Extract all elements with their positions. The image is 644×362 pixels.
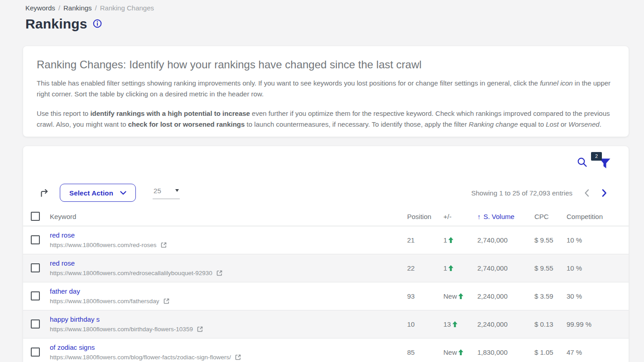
- cpc-value: $ 9.55: [534, 254, 567, 282]
- row-checkbox[interactable]: [31, 348, 40, 357]
- filter-count-badge: 2: [591, 152, 602, 161]
- breadcrumb-rankings[interactable]: Rankings: [63, 4, 92, 12]
- page-size-select[interactable]: 25: [153, 187, 180, 199]
- external-link-icon[interactable]: [197, 326, 203, 333]
- select-all-checkbox[interactable]: [31, 212, 40, 221]
- intro-p1-funnel-ref: funnel icon: [540, 79, 573, 87]
- intro-p2-bold: check for lost or worsened rankings: [128, 120, 245, 128]
- keyword-link[interactable]: father day: [50, 287, 407, 295]
- rankings-table: Keyword Position +/- ↑S. Volume CPC Comp…: [23, 207, 629, 362]
- position-value: 10: [407, 310, 443, 338]
- competition-value: 30 %: [567, 282, 629, 310]
- select-action-button[interactable]: Select Action: [60, 184, 136, 202]
- breadcrumb-keywords[interactable]: Keywords: [25, 4, 55, 12]
- keyword-url: https://www.1800flowers.com/birthday-flo…: [50, 326, 193, 333]
- sort-ascending-icon: ↑: [477, 213, 481, 220]
- chevron-down-icon: [120, 191, 126, 195]
- intro-p2-text: .: [600, 120, 601, 128]
- previous-page-icon[interactable]: [578, 186, 596, 200]
- table-row: happy birthday s https://www.1800flowers…: [23, 310, 629, 338]
- breadcrumb-ranking-changes: Ranking Changes: [100, 4, 154, 12]
- competition-value: 10 %: [567, 254, 629, 282]
- change-value: 1: [443, 264, 447, 272]
- search-icon[interactable]: [577, 157, 587, 169]
- keyword-link[interactable]: red rose: [50, 259, 407, 267]
- intro-p2-text: equal to: [518, 120, 546, 128]
- external-link-icon[interactable]: [235, 354, 241, 361]
- competition-value: 10 %: [567, 226, 629, 254]
- cpc-value: $ 1.05: [534, 338, 567, 362]
- keyword-url: https://www.1800flowers.com/red-roses: [50, 242, 157, 248]
- export-icon[interactable]: [39, 187, 50, 198]
- keyword-url: https://www.1800flowers.com/fathersday: [50, 298, 159, 305]
- volume-value: 2,240,000: [477, 282, 534, 310]
- breadcrumb: Keywords / Rankings / Ranking Changes: [25, 4, 154, 12]
- up-arrow-icon: [458, 293, 463, 300]
- intro-paragraph-2: Use this report to identify rankings wit…: [37, 108, 615, 130]
- up-arrow-icon: [452, 321, 457, 329]
- header-cpc[interactable]: CPC: [534, 207, 567, 226]
- dropdown-arrow-icon: [175, 189, 179, 192]
- volume-value: 2,240,000: [477, 310, 534, 338]
- intro-p2-bold: identify rankings with a high potential …: [90, 110, 250, 117]
- intro-p2-filter-ref: Ranking change: [469, 120, 518, 128]
- showing-entries-status: Showing 1 to 25 of 72,093 entries: [471, 189, 573, 197]
- volume-value: 2,740,000: [477, 254, 534, 282]
- volume-value: 2,740,000: [477, 226, 534, 254]
- intro-p2-lost-ref: Lost: [546, 120, 558, 128]
- table-row: red rose https://www.1800flowers.com/red…: [23, 226, 629, 254]
- row-checkbox[interactable]: [31, 235, 40, 244]
- cpc-value: $ 3.59: [534, 282, 567, 310]
- up-arrow-icon: [448, 237, 453, 244]
- cpc-value: $ 0.13: [534, 310, 567, 338]
- cpc-value: $ 9.55: [534, 226, 567, 254]
- change-value: New: [443, 292, 457, 300]
- up-arrow-icon: [448, 265, 453, 272]
- change-value: New: [443, 348, 457, 356]
- position-value: 21: [407, 226, 443, 254]
- header-volume[interactable]: ↑S. Volume: [477, 207, 534, 226]
- keyword-link[interactable]: of zodiac signs: [50, 343, 407, 351]
- intro-heading: Ranking Changes: Identify how your ranki…: [37, 58, 615, 71]
- external-link-icon[interactable]: [163, 298, 170, 305]
- competition-value: 47 %: [567, 338, 629, 362]
- select-action-label: Select Action: [69, 189, 113, 197]
- next-page-icon[interactable]: [596, 186, 613, 200]
- intro-p2-text: Use this report to: [37, 110, 90, 117]
- table-header-row: Keyword Position +/- ↑S. Volume CPC Comp…: [23, 207, 629, 226]
- table-row: red rose https://www.1800flowers.com/red…: [23, 254, 629, 282]
- external-link-icon[interactable]: [160, 242, 167, 248]
- intro-card: Ranking Changes: Identify how your ranki…: [23, 46, 629, 137]
- position-value: 85: [407, 338, 443, 362]
- table-row: father day https://www.1800flowers.com/f…: [23, 282, 629, 310]
- breadcrumb-separator: /: [58, 4, 60, 12]
- row-checkbox[interactable]: [31, 319, 40, 329]
- external-link-icon[interactable]: [216, 270, 223, 276]
- header-volume-label: S. Volume: [484, 213, 514, 220]
- change-value: 1: [443, 236, 447, 244]
- breadcrumb-separator: /: [95, 4, 97, 12]
- intro-p1-text: This table has enabled filter settings s…: [37, 79, 540, 87]
- position-value: 93: [407, 282, 443, 310]
- intro-p2-text: to launch countermeasures, if necessary.…: [245, 120, 469, 128]
- position-value: 22: [407, 254, 443, 282]
- table-row: of zodiac signs https://www.1800flowers.…: [23, 338, 629, 362]
- header-position[interactable]: Position: [407, 207, 443, 226]
- info-icon[interactable]: [93, 19, 102, 30]
- row-checkbox[interactable]: [31, 291, 40, 300]
- row-checkbox[interactable]: [31, 263, 40, 272]
- competition-value: 99.99 %: [567, 310, 629, 338]
- volume-value: 1,830,000: [477, 338, 534, 362]
- header-competition[interactable]: Competition: [567, 207, 629, 226]
- intro-paragraph-1: This table has enabled filter settings s…: [37, 78, 615, 100]
- header-change[interactable]: +/-: [443, 207, 477, 226]
- filter-funnel-icon[interactable]: 2: [599, 158, 610, 171]
- page-size-value: 25: [154, 187, 161, 195]
- header-keyword[interactable]: Keyword: [46, 207, 407, 226]
- keyword-link[interactable]: happy birthday s: [50, 315, 407, 323]
- intro-p2-text: or: [559, 120, 569, 128]
- keyword-link[interactable]: red rose: [50, 231, 407, 239]
- intro-p2-worsened-ref: Worsened: [568, 120, 599, 128]
- rankings-table-card: 2 Select Action 25 Showing 1 to 25 of 72…: [23, 146, 629, 362]
- keyword-url: https://www.1800flowers.com/blog/flower-…: [50, 354, 231, 361]
